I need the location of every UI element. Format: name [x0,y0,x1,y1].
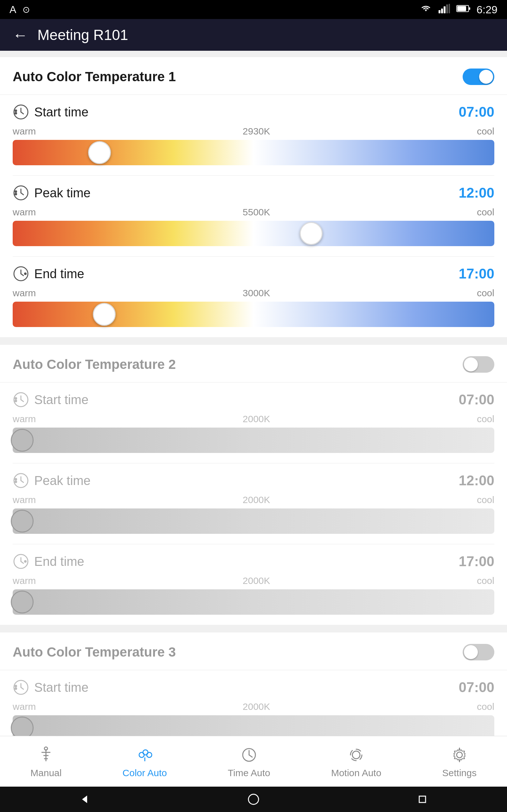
kelvin-label-e2: 2000K [243,575,270,586]
home-sys-button[interactable] [244,790,263,809]
peak-time-1-label-group: Peak time [13,185,91,201]
peak-time-1-thumb[interactable] [300,222,323,245]
start-time-1-thumb[interactable] [88,141,111,164]
svg-point-30 [14,478,17,480]
recents-sys-button[interactable] [413,790,432,809]
peak-time-2-slider [13,508,494,534]
peak-time-2-labels: warm 2000K cool [13,495,494,505]
section-act2: Auto Color Temperature 2 Start time 07:0… [0,345,507,625]
svg-rect-6 [469,7,470,10]
section-act1: Auto Color Temperature 1 Start time 07:0… [0,57,507,337]
toggle-act3[interactable] [463,644,494,660]
nav-item-timeauto[interactable]: Time Auto [222,742,277,781]
start-time-1-label-group: Start time [13,104,89,120]
start-time-1-slider[interactable] [13,140,494,165]
bottom-nav: Manual Color Auto Time Auto [0,736,507,786]
peak-time-2-track [13,508,494,534]
nav-item-manual[interactable]: Manual [24,742,68,781]
clock-end2-icon [13,553,29,570]
start-time-3-value: 07:00 [458,679,494,695]
end-time-2-label: End time [34,554,84,569]
svg-marker-55 [82,796,87,803]
svg-point-11 [14,109,17,112]
svg-point-53 [352,751,360,759]
svg-line-15 [21,193,23,195]
svg-point-16 [14,190,17,193]
peak-time-1-value[interactable]: 12:00 [458,185,494,201]
warm-label-p2: warm [13,495,36,505]
start-time-3-label: Start time [34,680,89,695]
back-button[interactable]: ← [13,26,28,44]
settings-icon [449,745,469,765]
svg-rect-4 [449,4,450,13]
toggle-act1-knob [479,70,493,84]
svg-point-31 [14,480,17,483]
back-sys-button[interactable] [75,790,94,809]
svg-point-17 [14,193,17,195]
system-nav [0,786,507,812]
warm-label-e1: warm [13,288,36,299]
end-time-2-row: End time 17:00 [0,544,507,573]
sync-icon: ⊙ [22,4,30,15]
end-time-1-thumb[interactable] [93,303,116,326]
svg-point-35 [24,560,26,563]
cool-label-s2: cool [477,414,494,424]
kelvin-label-s1: 2930K [243,126,270,137]
start-time-3-row: Start time 07:00 [0,670,507,699]
svg-rect-7 [457,6,466,11]
nav-item-colorauto[interactable]: Color Auto [116,742,173,781]
peak-time-2-slider-section: warm 2000K cool [0,492,507,544]
nav-label-settings: Settings [442,768,476,778]
toggle-act2[interactable] [463,356,494,373]
warm-label-s2: warm [13,414,36,424]
start-time-1-value[interactable]: 07:00 [458,104,494,120]
end-time-1-slider[interactable] [13,302,494,327]
svg-point-12 [14,112,17,114]
svg-point-42 [44,747,48,750]
nav-label-manual: Manual [31,768,61,778]
svg-line-20 [21,274,23,275]
svg-point-25 [14,397,17,400]
nav-item-settings[interactable]: Settings [436,742,483,781]
nav-item-motionauto[interactable]: Motion Auto [325,742,388,781]
nav-label-motionauto: Motion Auto [331,768,381,778]
end-time-2-track [13,589,494,615]
section-act3-header: Auto Color Temperature 3 [0,632,507,670]
start-time-3-labels: warm 2000K cool [13,701,494,712]
peak-time-1-row: Peak time 12:00 [0,176,507,204]
svg-line-34 [21,561,23,563]
start-time-3-label-group: Start time [13,679,89,696]
svg-rect-0 [439,10,441,13]
toggle-act2-knob [464,357,478,371]
cool-label-e1: cool [477,288,494,299]
clock-status: 6:29 [476,3,498,16]
signal-icon [439,4,450,15]
peak-time-1-label: Peak time [34,186,91,200]
status-bar: A ⊙ 6:29 [0,0,507,19]
clock-end1-icon [13,265,29,282]
peak-time-2-thumb [11,510,34,532]
svg-point-26 [14,400,17,402]
kelvin-label-s3: 2000K [243,701,270,712]
end-time-1-value[interactable]: 17:00 [458,266,494,282]
top-nav: ← Meeting R101 [0,19,507,51]
clock-start1-icon [13,104,29,120]
toggle-act1[interactable] [463,68,494,85]
kelvin-label-s2: 2000K [243,414,270,424]
svg-line-24 [21,400,23,402]
warm-label-s3: warm [13,701,36,712]
svg-point-39 [14,685,17,687]
section-act1-header: Auto Color Temperature 1 [0,57,507,95]
kelvin-label-p2: 2000K [243,495,270,505]
battery-icon [456,4,470,15]
notification-icon: A [9,4,16,15]
end-time-1-slider-section: warm 3000K cool [0,285,507,337]
end-time-2-value: 17:00 [458,554,494,569]
peak-time-2-row: Peak time 12:00 [0,463,507,492]
peak-time-1-slider[interactable] [13,221,494,246]
section-act3: Auto Color Temperature 3 Start time 07:0… [0,632,507,751]
page-title: Meeting R101 [38,26,128,44]
svg-rect-2 [444,6,446,13]
end-time-2-slider [13,589,494,615]
svg-line-29 [21,480,23,483]
